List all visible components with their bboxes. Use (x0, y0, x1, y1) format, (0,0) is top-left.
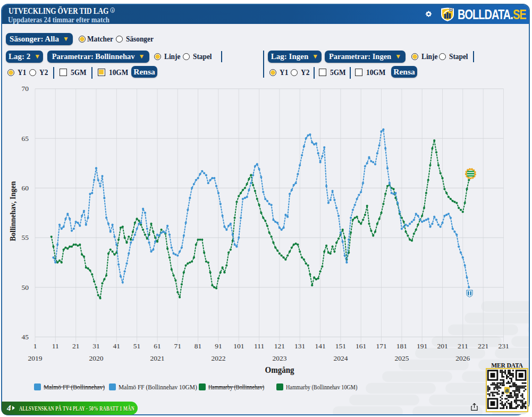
svg-text:231: 231 (498, 342, 509, 350)
svg-text:2021: 2021 (150, 354, 165, 362)
svg-text:60: 60 (22, 184, 29, 192)
svg-text:171: 171 (376, 342, 386, 350)
svg-text:191: 191 (417, 342, 427, 350)
svg-text:91: 91 (215, 342, 222, 350)
svg-text:65: 65 (22, 135, 29, 143)
svg-text:2019: 2019 (28, 354, 43, 362)
svg-text:31: 31 (92, 342, 100, 350)
svg-text:2024: 2024 (333, 354, 348, 362)
svg-text:211: 211 (458, 342, 468, 350)
svg-text:111: 111 (254, 342, 264, 350)
svg-text:70: 70 (22, 85, 29, 93)
svg-text:161: 161 (356, 342, 366, 350)
svg-text:51: 51 (133, 342, 141, 350)
svg-text:11: 11 (52, 342, 59, 350)
svg-text:55: 55 (22, 233, 29, 241)
svg-text:221: 221 (478, 342, 488, 350)
svg-text:181: 181 (396, 342, 407, 350)
svg-text:141: 141 (315, 342, 325, 350)
svg-text:101: 101 (233, 342, 244, 350)
svg-text:45: 45 (22, 333, 29, 341)
svg-text:2020: 2020 (89, 354, 104, 362)
svg-text:2022: 2022 (211, 354, 225, 362)
svg-text:201: 201 (437, 342, 447, 350)
svg-text:131: 131 (294, 342, 305, 350)
svg-text:2023: 2023 (272, 354, 286, 362)
svg-text:61: 61 (154, 342, 161, 350)
svg-text:81: 81 (195, 342, 202, 350)
svg-text:21: 21 (72, 342, 80, 350)
svg-text:151: 151 (335, 342, 346, 350)
svg-text:2025: 2025 (394, 354, 409, 362)
svg-text:2026: 2026 (455, 354, 470, 362)
svg-text:121: 121 (274, 342, 285, 350)
svg-text:1: 1 (33, 342, 37, 350)
svg-text:71: 71 (174, 342, 182, 350)
svg-text:50: 50 (22, 283, 29, 291)
svg-text:41: 41 (113, 342, 121, 350)
